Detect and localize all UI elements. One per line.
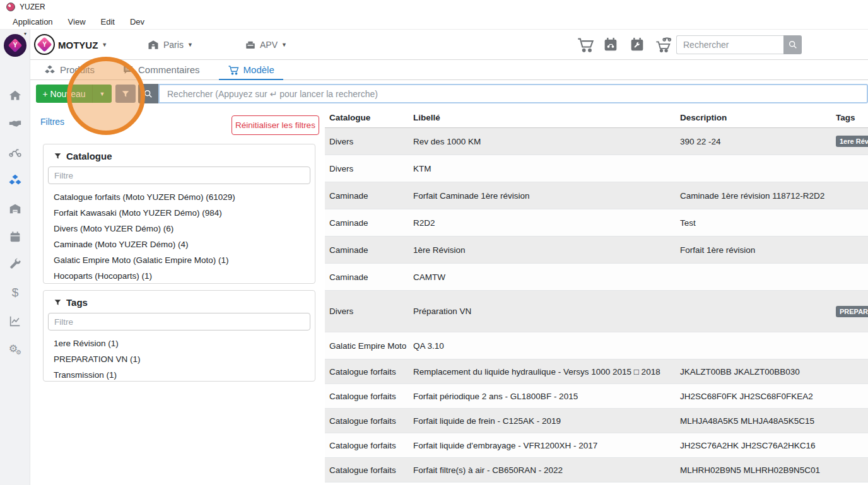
- cell-libelle: Remplacement du liquide hydraulique - Ve…: [413, 367, 680, 377]
- catalogue-filter-item[interactable]: Hocoparts (Hocoparts) (1): [44, 268, 315, 284]
- cart-motorcycle-icon[interactable]: [653, 35, 674, 54]
- search-button[interactable]: [783, 35, 802, 54]
- gem-icon: [37, 37, 52, 52]
- chevron-down-icon: ▼: [281, 42, 287, 48]
- table-row[interactable]: Caminade R2D2 Test: [325, 209, 868, 237]
- cell-description: JKALZT00BB JKALZT00BB030: [680, 367, 836, 377]
- calendar-wrench-icon[interactable]: [626, 35, 648, 54]
- cell-tags: PREPARATION VN: [836, 306, 868, 317]
- col-tags[interactable]: Tags: [836, 113, 868, 122]
- global-search-input[interactable]: [676, 35, 783, 54]
- cell-description: Test: [680, 218, 836, 228]
- table-row[interactable]: Caminade Forfait Caminade 1ère révision …: [325, 182, 868, 209]
- filter-group-catalogue: Catalogue Catalogue forfaits (Moto YUZER…: [43, 144, 315, 284]
- cell-catalogue: Caminade: [329, 272, 413, 282]
- col-description[interactable]: Description: [680, 113, 836, 122]
- new-dropdown-button[interactable]: ▼: [92, 85, 112, 103]
- filter-group-tags: Tags 1ere Révision (1)PREPARATION VN (1)…: [43, 290, 315, 382]
- menu-edit[interactable]: Edit: [93, 17, 122, 26]
- catalogue-filter-item[interactable]: Divers (Moto YUZER Démo) (6): [44, 221, 315, 237]
- catalogue-filter-input[interactable]: [48, 167, 310, 184]
- tab-commentaires[interactable]: Commentaires: [108, 60, 214, 80]
- table-row[interactable]: Catalogue forfaits Remplacement du liqui…: [325, 359, 868, 384]
- table-row[interactable]: Caminade 1ère Révision Forfait 1ère révi…: [325, 237, 868, 264]
- cell-description: JH2SC68F0FK JH2SC68F0FKEA2: [680, 392, 836, 401]
- cell-libelle: Forfait Caminade 1ère révision: [413, 191, 680, 201]
- search-trigger-button[interactable]: [138, 84, 158, 103]
- table-row[interactable]: Divers Rev des 1000 KM 390 22 -24 1ere R…: [325, 128, 868, 155]
- tag-filter-item[interactable]: Transmission (1): [44, 367, 315, 383]
- models-table: Catalogue Libellé Description Tags Diver…: [325, 107, 868, 485]
- filters-link[interactable]: Filtres: [40, 117, 64, 127]
- cubes-icon[interactable]: [0, 170, 30, 191]
- warehouse-icon[interactable]: [0, 198, 30, 219]
- tags-filter-input[interactable]: [48, 313, 310, 330]
- tag-badge: 1ere Révision: [836, 136, 868, 147]
- funnel-icon: [54, 152, 62, 160]
- filter-group-title: Catalogue: [66, 151, 112, 161]
- plus-icon: +: [42, 89, 47, 99]
- table-row[interactable]: Divers KTM: [325, 155, 868, 182]
- menu-dev[interactable]: Dev: [122, 17, 152, 26]
- tag-filter-item[interactable]: PREPARATION VN (1): [44, 351, 315, 367]
- module-dropdown[interactable]: APV ▼: [245, 30, 287, 60]
- apv-box-icon: [245, 39, 256, 50]
- table-row[interactable]: Catalogue forfaits Forfait liquide d'emb…: [325, 433, 868, 458]
- cell-catalogue: Galatic Empire Moto: [329, 341, 413, 351]
- cart-icon: [228, 64, 239, 76]
- cell-libelle: KTM: [413, 164, 680, 173]
- cell-libelle: Forfait filtre(s) à air - CB650RAN - 202…: [413, 465, 680, 475]
- menu-view[interactable]: View: [61, 17, 93, 26]
- app-window: YUZER Application View Edit Dev ▾: [0, 0, 868, 485]
- new-button[interactable]: + Nouveau: [36, 85, 92, 103]
- catalogue-filter-item[interactable]: Galatic Empire Moto (Galatic Empire Moto…: [44, 252, 315, 268]
- table-row[interactable]: Catalogue forfaits Forfait liquide de fr…: [325, 409, 868, 433]
- tabbar: Produits Commentaires Modèle: [30, 60, 868, 80]
- site-dropdown[interactable]: Paris ▼: [147, 30, 193, 60]
- col-libelle[interactable]: Libellé: [413, 113, 680, 122]
- tab-produits[interactable]: Produits: [30, 60, 108, 80]
- main-search-input[interactable]: [158, 84, 868, 103]
- reset-filters-button[interactable]: Réinitialiser les filtres: [232, 115, 319, 135]
- menu-application[interactable]: Application: [5, 17, 61, 26]
- cell-catalogue: Divers: [329, 307, 413, 316]
- tab-modele[interactable]: Modèle: [214, 60, 288, 80]
- app-gem-icon: [6, 3, 15, 11]
- cell-description: JH2SC76A2HK JH2SC76A2HKC16: [680, 441, 836, 450]
- cubes-icon: [44, 64, 56, 76]
- cell-description: Caminade 1ère révision 118712-R2D2: [680, 191, 836, 201]
- cell-libelle: Forfait liquide d'embrayage - VFR1200XH …: [413, 441, 680, 450]
- dollar-icon[interactable]: $: [0, 282, 30, 303]
- col-catalogue[interactable]: Catalogue: [329, 113, 413, 122]
- settings-gears-icon[interactable]: ⚙⚙: [0, 339, 30, 360]
- table-header: Catalogue Libellé Description Tags: [325, 107, 868, 128]
- filter-group-title: Tags: [66, 297, 88, 308]
- chevron-down-icon: ▼: [100, 91, 105, 97]
- cell-catalogue: Divers: [329, 137, 413, 146]
- chart-line-icon[interactable]: [0, 310, 30, 332]
- catalogue-filter-item[interactable]: Caminade (Moto YUZER Démo) (4): [44, 237, 315, 252]
- catalogue-filter-item[interactable]: Forfait Kawasaki (Moto YUZER Démo) (984): [44, 205, 315, 221]
- filter-button[interactable]: [115, 85, 136, 103]
- company-dropdown[interactable]: MOTYUZ ▼: [58, 30, 107, 60]
- tag-filter-item[interactable]: 1ere Révision (1): [44, 336, 315, 351]
- funnel-icon: [121, 90, 130, 98]
- action-row: + Nouveau ▼: [30, 80, 868, 107]
- home-icon[interactable]: [0, 85, 30, 107]
- table-row[interactable]: Catalogue forfaits Forfait filtre(s) à a…: [325, 458, 868, 482]
- table-row[interactable]: Caminade CAMTW: [325, 264, 868, 291]
- cart-icon[interactable]: [575, 35, 596, 54]
- chevron-down-icon: ▾: [24, 31, 26, 37]
- table-row[interactable]: Galatic Empire Moto QA 3.10: [325, 332, 868, 359]
- rail-app-logo[interactable]: [4, 34, 26, 57]
- calendar-icon[interactable]: [0, 226, 30, 248]
- table-row[interactable]: Divers Préparation VN PREPARATION VN: [325, 291, 868, 332]
- wrench-icon[interactable]: [0, 254, 30, 275]
- motorcycle-icon[interactable]: [0, 141, 30, 163]
- cell-description: MLHJA48A5K5 MLHJA48A5K5C15: [680, 416, 836, 426]
- cell-libelle: R2D2: [413, 218, 680, 228]
- table-row[interactable]: Catalogue forfaits Forfait périodique 2 …: [325, 384, 868, 409]
- catalogue-filter-item[interactable]: Catalogue forfaits (Moto YUZER Démo) (61…: [44, 189, 315, 205]
- calendar-motorcycle-icon[interactable]: [600, 35, 621, 54]
- handshake-icon[interactable]: [0, 114, 30, 135]
